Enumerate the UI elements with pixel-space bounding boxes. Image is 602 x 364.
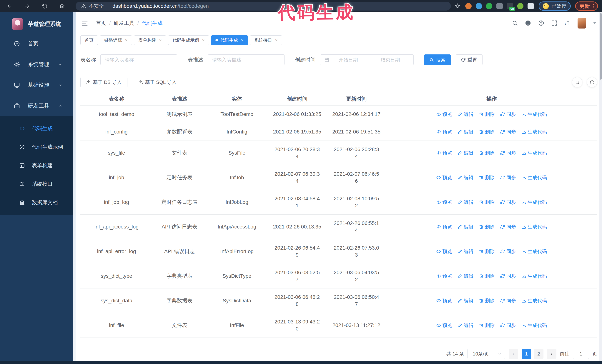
- tab-首页[interactable]: 首页: [80, 35, 98, 45]
- submenu-item-2[interactable]: 代码生成示例: [0, 138, 73, 156]
- action-download[interactable]: 生成代码: [522, 297, 547, 304]
- reload-icon[interactable]: [40, 2, 49, 10]
- sidebar-item-3[interactable]: 基础设施: [0, 75, 73, 95]
- action-sync[interactable]: 同步: [500, 149, 516, 156]
- tab-close-icon[interactable]: ×: [241, 38, 244, 42]
- action-eye[interactable]: 预览: [436, 149, 452, 156]
- import-db-button[interactable]: 基于 DB 导入: [80, 77, 128, 87]
- submenu-item-4[interactable]: 系统接口: [0, 175, 73, 193]
- action-download[interactable]: 生成代码: [522, 223, 547, 230]
- action-download[interactable]: 生成代码: [522, 111, 547, 118]
- action-sync[interactable]: 同步: [500, 111, 516, 118]
- action-sync[interactable]: 同步: [500, 297, 516, 304]
- hamburger-icon[interactable]: [81, 20, 88, 27]
- submenu-item-1[interactable]: 代码生成: [0, 119, 73, 138]
- date-range-picker[interactable]: 开始日期 - 结束日期: [320, 54, 414, 65]
- prev-page-button[interactable]: [509, 349, 518, 359]
- extension-icon-green-check[interactable]: [486, 3, 492, 9]
- action-eye[interactable]: 预览: [436, 174, 452, 181]
- font-size-icon[interactable]: tT: [564, 20, 570, 26]
- action-edit[interactable]: 编辑: [458, 174, 473, 181]
- action-trash[interactable]: 删除: [479, 272, 495, 280]
- action-trash[interactable]: 删除: [479, 297, 495, 304]
- action-edit[interactable]: 编辑: [458, 272, 473, 280]
- action-edit[interactable]: 编辑: [458, 149, 473, 156]
- paused-extension-button[interactable]: 已暂停: [539, 1, 571, 11]
- page-button-2[interactable]: 2: [534, 349, 543, 359]
- avatar-caret-down-icon[interactable]: [593, 22, 596, 24]
- extension-icon-blue-drop[interactable]: [476, 3, 482, 9]
- forward-icon[interactable]: [23, 2, 31, 10]
- tab-链路追踪[interactable]: 链路追踪×: [100, 35, 132, 45]
- user-avatar[interactable]: [578, 18, 586, 29]
- action-download[interactable]: 生成代码: [522, 128, 547, 135]
- action-eye[interactable]: 预览: [436, 128, 452, 135]
- action-sync[interactable]: 同步: [500, 174, 516, 181]
- reset-button[interactable]: 重置: [456, 54, 483, 65]
- tab-close-icon[interactable]: ×: [125, 38, 128, 42]
- page-button-1[interactable]: 1: [522, 349, 531, 359]
- action-edit[interactable]: 编辑: [458, 128, 473, 135]
- table-name-input[interactable]: [100, 54, 177, 65]
- back-icon[interactable]: [5, 2, 14, 10]
- action-trash[interactable]: 删除: [479, 111, 495, 118]
- action-eye[interactable]: 预览: [436, 297, 452, 304]
- submenu-item-5[interactable]: 数据库文档: [0, 193, 73, 212]
- table-desc-input[interactable]: [208, 54, 285, 65]
- page-size-select[interactable]: 10条/页: [467, 349, 505, 359]
- sidebar-item-2[interactable]: 系统管理: [0, 54, 73, 75]
- action-download[interactable]: 生成代码: [522, 322, 547, 329]
- sidebar-item-1[interactable]: 首页: [0, 33, 73, 54]
- sidebar-item-4[interactable]: 研发工具: [0, 95, 73, 116]
- fullscreen-icon[interactable]: [551, 20, 557, 26]
- search-button[interactable]: 搜索: [424, 54, 451, 65]
- search-icon[interactable]: [512, 20, 518, 26]
- action-trash[interactable]: 删除: [479, 322, 495, 329]
- action-sync[interactable]: 同步: [500, 199, 516, 206]
- action-download[interactable]: 生成代码: [522, 272, 547, 280]
- action-download[interactable]: 生成代码: [522, 199, 547, 206]
- url-domain[interactable]: dashboard.yudao.iocoder.cn: [112, 3, 178, 9]
- action-sync[interactable]: 同步: [500, 322, 516, 329]
- address-bar[interactable]: 不安全 dashboard.yudao.iocoder.cn /tool/cod…: [75, 2, 451, 10]
- action-trash[interactable]: 删除: [479, 199, 495, 206]
- action-sync[interactable]: 同步: [500, 128, 516, 135]
- extension-icon-dark[interactable]: on: [507, 3, 513, 9]
- submenu-item-3[interactable]: 表单构建: [0, 156, 73, 175]
- page-scrollbar[interactable]: [599, 12, 602, 361]
- tab-close-icon[interactable]: ×: [275, 38, 278, 42]
- update-button[interactable]: 更新: [575, 1, 598, 11]
- start-date-placeholder[interactable]: 开始日期: [329, 57, 367, 63]
- home-icon[interactable]: [58, 2, 66, 10]
- action-sync[interactable]: 同步: [500, 223, 516, 230]
- tab-close-icon[interactable]: ×: [202, 38, 205, 42]
- tab-close-icon[interactable]: ×: [159, 38, 162, 42]
- toggle-search-button[interactable]: [572, 77, 582, 87]
- next-page-button[interactable]: [547, 349, 556, 359]
- tab-系统接口[interactable]: 系统接口×: [250, 35, 282, 45]
- action-eye[interactable]: 预览: [436, 223, 452, 230]
- tab-代码生成[interactable]: 代码生成×: [211, 35, 248, 45]
- action-trash[interactable]: 删除: [479, 223, 495, 230]
- extension-icon-grid[interactable]: [496, 3, 503, 9]
- github-icon[interactable]: [525, 20, 531, 26]
- extension-icon-green-bot[interactable]: [517, 3, 524, 9]
- end-date-placeholder[interactable]: 结束日期: [371, 57, 409, 63]
- goto-page-input[interactable]: [573, 349, 589, 359]
- help-icon[interactable]: [538, 20, 544, 26]
- refresh-table-button[interactable]: [587, 77, 597, 87]
- browser-menu-icon[interactable]: [593, 4, 594, 8]
- scrollbar-thumb[interactable]: [600, 13, 602, 80]
- breadcrumb-item[interactable]: 首页: [96, 20, 106, 27]
- action-trash[interactable]: 删除: [479, 149, 495, 156]
- action-edit[interactable]: 编辑: [458, 322, 473, 329]
- action-trash[interactable]: 删除: [479, 174, 495, 181]
- extension-icon-orange[interactable]: [465, 3, 472, 9]
- action-download[interactable]: 生成代码: [522, 248, 547, 255]
- action-sync[interactable]: 同步: [500, 248, 516, 255]
- tab-代码生成示例[interactable]: 代码生成示例×: [168, 35, 209, 45]
- action-edit[interactable]: 编辑: [458, 223, 473, 230]
- action-download[interactable]: 生成代码: [522, 149, 547, 156]
- action-trash[interactable]: 删除: [479, 128, 495, 135]
- tab-表单构建[interactable]: 表单构建×: [134, 35, 166, 45]
